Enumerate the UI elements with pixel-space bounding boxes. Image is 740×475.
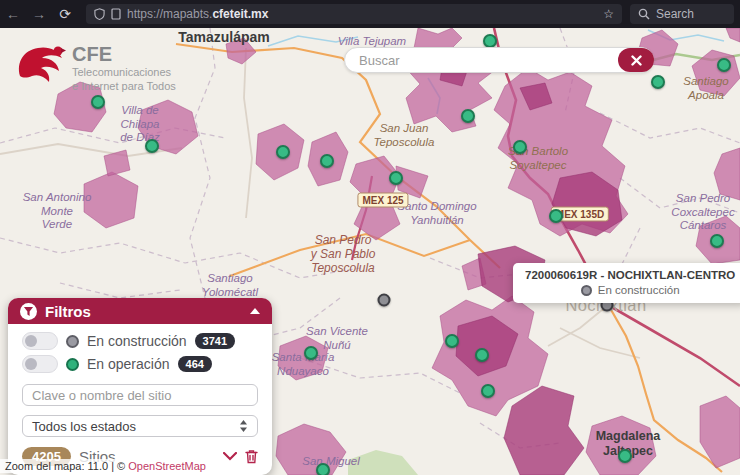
- site-marker[interactable]: [445, 334, 459, 348]
- site-marker[interactable]: [549, 209, 563, 223]
- map-canvas[interactable]: TamazulápamVilla TejupamSantiago ApoalaV…: [0, 28, 740, 475]
- site-marker[interactable]: [483, 34, 497, 48]
- back-icon[interactable]: ←: [0, 6, 26, 22]
- map-attribution: Zoom del mapa: 11.0 | © OpenStreetMap: [0, 459, 211, 473]
- browser-search-placeholder: Search: [656, 7, 694, 21]
- site-marker[interactable]: [618, 449, 632, 463]
- site-marker[interactable]: [276, 145, 290, 159]
- map-search-bar: [344, 47, 654, 73]
- site-tooltip-status: En construcción: [525, 284, 735, 296]
- osm-link[interactable]: OpenStreetMap: [128, 460, 206, 472]
- site-marker[interactable]: [316, 463, 330, 475]
- map-label: San Pedro y San Pablo Teposcolula: [311, 233, 376, 275]
- site-tooltip: 7200060619R - NOCHIXTLAN-CENTRO En const…: [513, 263, 740, 303]
- filter-label: En construcción: [87, 333, 187, 349]
- status-dot: [581, 285, 592, 296]
- site-marker[interactable]: [378, 294, 391, 307]
- map-label: Villa de Chilapa de Díaz: [120, 104, 160, 145]
- browser-toolbar: ← → ⟳ https://mapabts.cfeteit.mx ☆ Searc…: [0, 0, 740, 28]
- map-label: Santiago Yolomécatl: [202, 272, 258, 299]
- cfe-logo: CFE Telecomunicacionese Internet para To…: [14, 38, 176, 94]
- map-label: Tamazulápam: [178, 29, 270, 46]
- chevron-up-icon[interactable]: [250, 308, 260, 314]
- site-marker[interactable]: [304, 346, 318, 360]
- map-label: Santiago Apoala: [683, 75, 728, 102]
- sort-arrows-icon: [239, 420, 248, 432]
- site-marker[interactable]: [91, 95, 105, 109]
- url-text: https://mapabts.cfeteit.mx: [127, 7, 268, 21]
- close-icon: [631, 55, 642, 66]
- map-label: San Pedro Coxcaltepec Cántaros: [671, 192, 734, 233]
- cfe-logo-title: CFE: [72, 44, 176, 64]
- state-select[interactable]: Todos los estados: [22, 415, 258, 437]
- operacion-dot-icon: [66, 358, 79, 371]
- map-label: Santa María Nduayaco: [272, 351, 335, 378]
- filter-row-construccion: En construcción 3741: [22, 332, 258, 350]
- operacion-count-badge: 464: [178, 356, 212, 372]
- filters-panel-body: En construcción 3741 En operación 464 To…: [8, 324, 272, 475]
- site-marker[interactable]: [651, 75, 665, 89]
- bookmark-star-icon[interactable]: ☆: [603, 7, 614, 21]
- cfe-logo-bird-icon: [14, 38, 66, 84]
- route-shield: MEX 125: [357, 193, 408, 208]
- map-label: San Juan Teposcolula: [374, 122, 435, 149]
- state-select-value: Todos los estados: [32, 419, 136, 434]
- site-tooltip-title: 7200060619R - NOCHIXTLAN-CENTRO: [525, 269, 735, 281]
- toggle-en-operacion[interactable]: [22, 355, 58, 373]
- map-label: San Miguel: [302, 455, 360, 469]
- construccion-dot-icon: [66, 335, 79, 348]
- map-label: San Antonino Monte Verde: [23, 191, 92, 232]
- page-info-icon[interactable]: [111, 8, 121, 20]
- clear-search-button[interactable]: [618, 48, 654, 72]
- site-marker[interactable]: [320, 154, 334, 168]
- search-icon: [638, 8, 650, 20]
- shield-permissions-icon[interactable]: [94, 8, 105, 20]
- chevron-down-icon: [223, 452, 237, 461]
- collapse-filters-button[interactable]: [223, 452, 237, 461]
- filters-title: Filtros: [45, 303, 242, 320]
- site-marker[interactable]: [710, 234, 724, 248]
- site-marker[interactable]: [475, 348, 489, 362]
- cfe-logo-subtitle: Telecomunicacionese Internet para Todos: [72, 66, 176, 94]
- toggle-en-construccion[interactable]: [22, 332, 58, 350]
- browser-search-field[interactable]: Search: [630, 4, 734, 24]
- filter-row-operacion: En operación 464: [22, 355, 258, 373]
- trash-icon: [245, 449, 258, 464]
- site-marker[interactable]: [481, 384, 495, 398]
- forward-icon[interactable]: →: [26, 6, 52, 22]
- search-input[interactable]: [345, 53, 618, 68]
- zoom-level-text: Zoom del mapa: 11.0 | ©: [5, 460, 128, 472]
- clear-filters-button[interactable]: [245, 449, 258, 464]
- filter-label: En operación: [87, 356, 170, 372]
- site-marker[interactable]: [145, 139, 159, 153]
- site-marker[interactable]: [461, 109, 475, 123]
- construccion-count-badge: 3741: [195, 333, 235, 349]
- map-label: Santo Domingo Yanhuitlán: [397, 200, 476, 227]
- filter-funnel-icon: [20, 303, 37, 320]
- filters-panel-header[interactable]: Filtros: [8, 298, 272, 324]
- site-marker[interactable]: [513, 140, 527, 154]
- filters-panel: Filtros En construcción 3741 En operació…: [8, 298, 272, 475]
- site-name-input[interactable]: [22, 384, 258, 406]
- url-bar[interactable]: https://mapabts.cfeteit.mx ☆: [86, 4, 622, 24]
- site-marker[interactable]: [389, 171, 403, 185]
- reload-icon[interactable]: ⟳: [52, 6, 78, 22]
- site-marker[interactable]: [717, 58, 731, 72]
